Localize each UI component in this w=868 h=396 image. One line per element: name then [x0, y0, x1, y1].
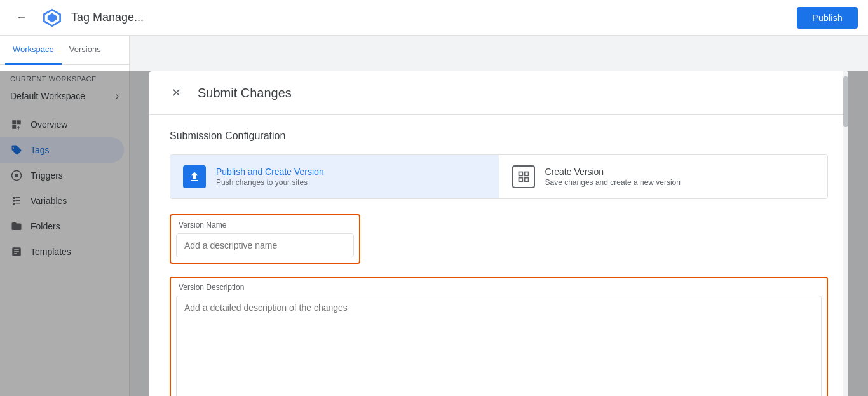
submission-config-title: Submission Configuration [170, 130, 828, 142]
version-name-input[interactable] [176, 233, 354, 257]
submit-changes-dialog: ✕ Submit Changes Submission Configuratio… [149, 71, 848, 396]
main-area: Workspace Versions CURRENT WORKSPACE Def… [0, 36, 868, 396]
create-card-icon [512, 165, 535, 188]
create-card-title: Create Version [545, 167, 681, 177]
option-create-card[interactable]: Create Version Save changes and create a… [499, 155, 828, 198]
publish-card-title: Publish and Create Version [216, 167, 324, 177]
publish-card-subtitle: Push changes to your sites [216, 178, 324, 187]
version-name-wrapper: Version Name [170, 214, 360, 264]
version-description-wrapper: Version Description [170, 277, 828, 396]
version-description-textarea[interactable] [176, 296, 822, 396]
back-icon: ← [16, 11, 27, 24]
top-bar-right: Publish [797, 7, 858, 29]
version-description-label: Version Description [176, 283, 822, 292]
create-card-text: Create Version Save changes and create a… [545, 167, 681, 187]
tab-workspace[interactable]: Workspace [5, 36, 62, 65]
dialog-backdrop: ✕ Submit Changes Submission Configuratio… [0, 71, 868, 396]
dialog-close-button[interactable]: ✕ [165, 81, 187, 104]
dialog-title: Submit Changes [198, 86, 292, 100]
svg-rect-6 [524, 172, 528, 176]
create-card-subtitle: Save changes and create a new version [545, 178, 681, 187]
option-cards: Publish and Create Version Push changes … [170, 154, 828, 199]
close-icon: ✕ [172, 86, 181, 100]
svg-rect-8 [524, 178, 528, 182]
version-name-label: Version Name [176, 221, 354, 229]
top-bar-left: ← Tag Manage... [10, 6, 144, 29]
top-bar: ← Tag Manage... Publish [0, 0, 868, 36]
sidebar-tabs: Workspace Versions [0, 36, 129, 65]
brand-logo [41, 6, 64, 29]
app-name: Tag Manage... [71, 11, 144, 24]
publish-card-text: Publish and Create Version Push changes … [216, 167, 324, 187]
dialog-body: Submission Configuration Publish and Cre… [149, 115, 848, 396]
scrollbar-thumb [843, 76, 848, 127]
publish-card-icon [183, 165, 206, 188]
dialog-scrollbar[interactable] [843, 71, 848, 396]
svg-rect-7 [519, 178, 522, 182]
option-publish-card[interactable]: Publish and Create Version Push changes … [170, 155, 499, 198]
back-button[interactable]: ← [10, 6, 33, 29]
publish-button[interactable]: Publish [797, 7, 858, 29]
svg-rect-5 [519, 172, 522, 176]
dialog-header: ✕ Submit Changes [149, 71, 848, 115]
tab-versions[interactable]: Versions [62, 36, 109, 65]
